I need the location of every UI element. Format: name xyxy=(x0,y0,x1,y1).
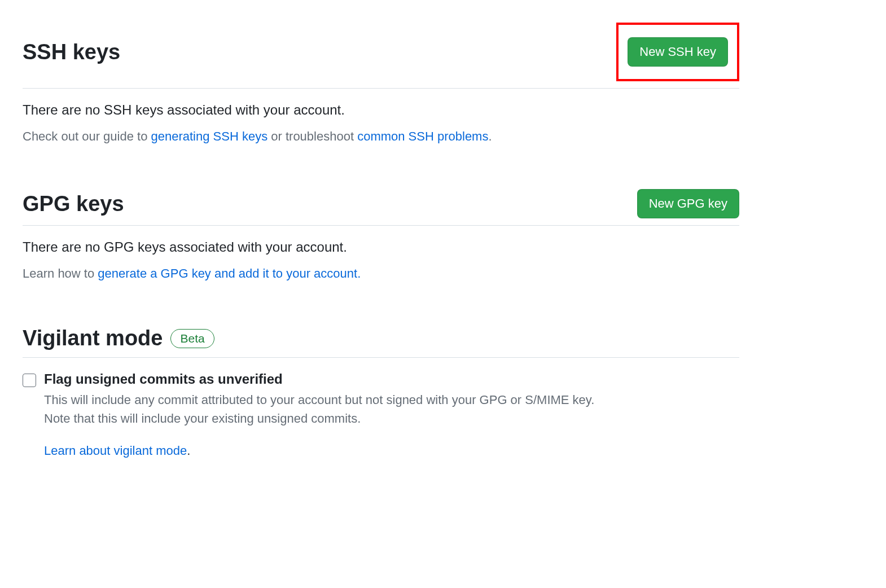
ssh-keys-title: SSH keys xyxy=(23,40,120,64)
ssh-section-header: SSH keys New SSH key xyxy=(23,23,739,89)
ssh-empty-message: There are no SSH keys associated with yo… xyxy=(23,102,739,118)
ssh-help-suffix: . xyxy=(488,129,492,143)
vigilant-desc-line2: Note that this will include your existin… xyxy=(44,411,361,425)
vigilant-mode-section: Vigilant mode Beta Flag unsigned commits… xyxy=(23,326,739,458)
new-ssh-key-button[interactable]: New SSH key xyxy=(628,37,728,67)
vigilant-description: This will include any commit attributed … xyxy=(44,390,739,428)
gpg-section-header: GPG keys New GPG key xyxy=(23,189,739,226)
ssh-help-prefix: Check out our guide to xyxy=(23,129,151,143)
vigilant-mode-title: Vigilant mode xyxy=(23,326,163,350)
gpg-keys-section: GPG keys New GPG key There are no GPG ke… xyxy=(23,189,739,281)
vigilant-checkbox-content: Flag unsigned commits as unverified This… xyxy=(44,371,739,458)
vigilant-mode-title-row: Vigilant mode Beta xyxy=(23,326,214,350)
generating-ssh-keys-link[interactable]: generating SSH keys xyxy=(151,129,267,143)
generate-gpg-key-link[interactable]: generate a GPG key and add it to your ac… xyxy=(98,266,361,280)
vigilant-learn-suffix: . xyxy=(187,444,190,458)
ssh-help-text: Check out our guide to generating SSH ke… xyxy=(23,129,739,144)
vigilant-desc-line1: This will include any commit attributed … xyxy=(44,393,594,407)
ssh-keys-section: SSH keys New SSH key There are no SSH ke… xyxy=(23,23,739,144)
vigilant-checkbox-row: Flag unsigned commits as unverified This… xyxy=(23,371,739,458)
beta-badge: Beta xyxy=(170,329,214,348)
gpg-keys-title: GPG keys xyxy=(23,192,124,216)
gpg-help-prefix: Learn how to xyxy=(23,266,98,280)
vigilant-learn-row: Learn about vigilant mode. xyxy=(44,444,739,458)
gpg-empty-message: There are no GPG keys associated with yo… xyxy=(23,239,739,255)
common-ssh-problems-link[interactable]: common SSH problems xyxy=(357,129,488,143)
flag-unsigned-checkbox[interactable] xyxy=(23,374,36,387)
ssh-help-middle: or troubleshoot xyxy=(267,129,357,143)
highlight-box: New SSH key xyxy=(616,23,739,81)
new-gpg-key-button[interactable]: New GPG key xyxy=(637,189,739,218)
vigilant-section-header: Vigilant mode Beta xyxy=(23,326,739,358)
gpg-help-text: Learn how to generate a GPG key and add … xyxy=(23,266,739,281)
flag-unsigned-label: Flag unsigned commits as unverified xyxy=(44,371,739,387)
learn-vigilant-mode-link[interactable]: Learn about vigilant mode xyxy=(44,444,187,458)
